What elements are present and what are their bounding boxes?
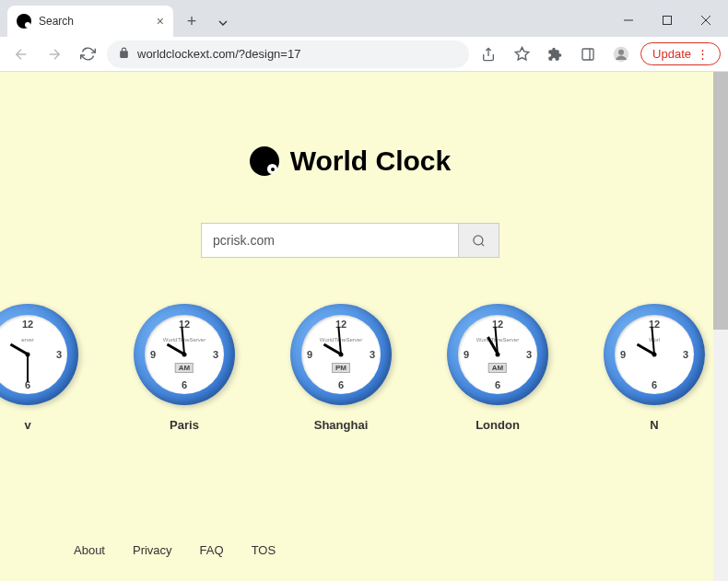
maximize-button[interactable] [649, 6, 686, 34]
menu-dots-icon[interactable]: ⋮ [697, 47, 709, 61]
clock-face: 12 3 6 9 WorldTimeServer PM [290, 304, 392, 405]
clock-item: 12 3 6 9 Worl N [604, 304, 705, 432]
browser-toolbar: worldclockext.com/?design=17 Update ⋮ [0, 37, 728, 72]
world-clock-logo-icon [250, 146, 279, 176]
tab-favicon-icon [17, 14, 31, 29]
clock-numeral: 9 [307, 349, 312, 360]
update-button[interactable]: Update ⋮ [640, 42, 721, 65]
svg-point-8 [474, 235, 483, 244]
minimize-button[interactable] [610, 6, 647, 34]
clock-item: 12 3 6 9 erver v [0, 304, 78, 432]
footer-tos[interactable]: TOS [252, 543, 276, 557]
bookmark-icon[interactable] [508, 41, 535, 68]
search-icon [472, 234, 486, 248]
clock-numeral: 6 [182, 379, 187, 390]
clock-face: 12 3 6 9 WorldTimeServer AM [447, 304, 548, 405]
clock-item: 12 3 6 9 WorldTimeServer AM London [447, 304, 548, 432]
clock-face: 12 3 6 9 Worl [604, 304, 705, 405]
clock-center-icon [26, 353, 30, 357]
city-label: Shanghai [314, 418, 369, 432]
scroll-thumb[interactable] [713, 72, 728, 330]
lock-icon [118, 47, 130, 62]
search-button[interactable] [459, 223, 499, 258]
tab-title: Search [39, 15, 74, 28]
ampm-badge: PM [332, 363, 350, 373]
close-tab-icon[interactable]: × [157, 14, 164, 29]
city-label: Paris [170, 418, 199, 432]
footer-privacy[interactable]: Privacy [133, 543, 172, 557]
clock-numeral: 3 [683, 349, 688, 360]
clock-center-icon [496, 353, 500, 357]
clock-brand: WorldTimeServer [476, 337, 519, 343]
forward-button[interactable] [41, 41, 68, 68]
scrollbar[interactable] [713, 72, 728, 581]
clock-face: 12 3 6 9 WorldTimeServer AM [134, 304, 235, 405]
reload-button[interactable] [74, 41, 101, 68]
city-label: N [650, 418, 658, 432]
page-title: World Clock [290, 145, 451, 177]
clock-brand: erver [21, 337, 34, 343]
svg-rect-1 [663, 17, 672, 25]
share-icon[interactable] [475, 41, 502, 68]
page-content: World Clock 12 3 6 9 erver v [0, 72, 728, 581]
browser-titlebar: Search × + [0, 0, 728, 37]
city-label: London [476, 418, 520, 432]
clock-item: 12 3 6 9 WorldTimeServer PM Shanghai [290, 304, 392, 432]
minute-hand [27, 354, 29, 382]
clock-face: 12 3 6 9 erver [0, 304, 78, 405]
ampm-badge: AM [175, 363, 194, 373]
clock-numeral: 3 [526, 349, 532, 360]
clock-numeral: 12 [22, 319, 33, 330]
footer-links: About Privacy FAQ TOS [74, 543, 276, 557]
city-label: v [24, 418, 30, 432]
update-label: Update [652, 47, 691, 61]
search-form [0, 223, 700, 258]
tab-dropdown-icon[interactable] [205, 9, 241, 37]
search-input[interactable] [201, 223, 459, 258]
clock-numeral: 3 [370, 349, 375, 360]
browser-tab[interactable]: Search × [7, 6, 173, 37]
clock-brand: WorldTimeServer [163, 337, 205, 343]
clock-brand: Worl [649, 337, 660, 343]
clock-center-icon [652, 353, 657, 357]
clock-center-icon [339, 353, 344, 357]
url-text: worldclockext.com/?design=17 [137, 47, 300, 61]
clock-numeral: 6 [338, 379, 344, 390]
footer-about[interactable]: About [74, 543, 105, 557]
profile-icon[interactable] [607, 41, 635, 68]
address-bar[interactable]: worldclockext.com/?design=17 [107, 41, 469, 68]
clock-numeral: 9 [150, 349, 156, 360]
page-header: World Clock [0, 72, 700, 177]
svg-line-9 [481, 243, 484, 246]
svg-point-7 [618, 49, 624, 54]
svg-rect-4 [582, 49, 593, 60]
sidepanel-icon[interactable] [574, 41, 602, 68]
new-tab-button[interactable]: + [179, 8, 205, 34]
clock-numeral: 6 [652, 379, 657, 390]
back-button[interactable] [7, 41, 35, 68]
clock-numeral: 9 [464, 349, 469, 360]
clocks-row: 12 3 6 9 erver v 12 3 6 9 WorldTimeServe… [0, 304, 700, 432]
clock-item: 12 3 6 9 WorldTimeServer AM Paris [134, 304, 235, 432]
clock-numeral: 3 [56, 349, 62, 360]
extensions-icon[interactable] [541, 41, 569, 68]
ampm-badge: AM [488, 363, 507, 373]
clock-numeral: 9 [620, 349, 626, 360]
clock-center-icon [182, 353, 187, 357]
close-window-button[interactable] [687, 6, 724, 34]
clock-numeral: 6 [495, 379, 500, 390]
clock-brand: WorldTimeServer [320, 337, 362, 343]
clock-numeral: 3 [213, 349, 218, 360]
footer-faq[interactable]: FAQ [200, 543, 224, 557]
